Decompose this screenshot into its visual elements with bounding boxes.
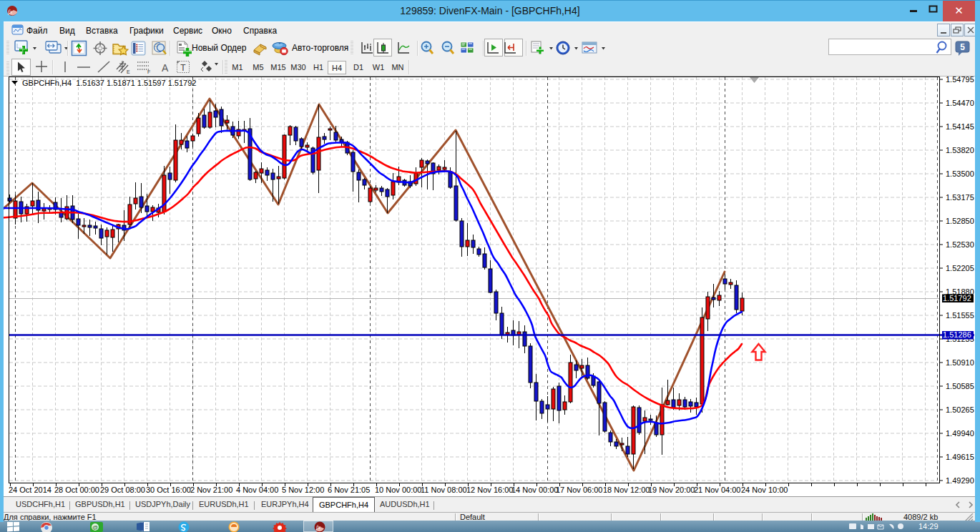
svg-text:30 Oct 16:00: 30 Oct 16:00 (146, 486, 191, 494)
svg-text:E: E (127, 69, 130, 74)
svg-text:1.53820: 1.53820 (946, 146, 974, 154)
svg-text:1.49290: 1.49290 (946, 476, 974, 485)
svg-text:1.50910: 1.50910 (946, 358, 974, 367)
svg-text:1.54145: 1.54145 (946, 122, 974, 131)
svg-text:10 Nov 00:00: 10 Nov 00:00 (375, 486, 421, 494)
svg-text:1.50585: 1.50585 (946, 382, 974, 390)
svg-text:14 Nov 00:00: 14 Nov 00:00 (511, 486, 558, 494)
svg-text:5: 5 (960, 42, 965, 52)
svg-text:GBPCHFh,H4 1.51637 1.51871 1.: GBPCHFh,H4 1.51637 1.51871 1.51597 1.517… (22, 79, 196, 87)
svg-text:21 Nov 04:00: 21 Nov 04:00 (694, 486, 740, 494)
svg-text:24 Nov 10:00: 24 Nov 10:00 (741, 486, 788, 494)
svg-text:F: F (147, 69, 150, 74)
svg-text:2 Nov 21:00: 2 Nov 21:00 (190, 486, 232, 494)
svg-text:1.49615: 1.49615 (946, 453, 974, 461)
svg-text:12 Nov 16:00: 12 Nov 16:00 (466, 486, 513, 494)
svg-text:1.54470: 1.54470 (946, 99, 974, 107)
svg-text:1.53500: 1.53500 (946, 169, 974, 178)
svg-text:11 Nov 08:00: 11 Nov 08:00 (421, 486, 467, 494)
svg-text:fx: fx (316, 524, 320, 531)
svg-text:28 Oct 00:00: 28 Oct 00:00 (54, 486, 99, 494)
svg-text:1.51792: 1.51792 (943, 294, 971, 302)
svg-text:1.52205: 1.52205 (946, 264, 974, 272)
svg-text:1.51555: 1.51555 (946, 311, 974, 320)
svg-text:1.50265: 1.50265 (946, 405, 974, 414)
svg-text:1.53175: 1.53175 (946, 193, 974, 202)
svg-text:19 Nov 20:00: 19 Nov 20:00 (648, 486, 695, 494)
svg-text:@: @ (92, 524, 98, 531)
svg-text:1.52530: 1.52530 (946, 240, 974, 249)
svg-text:1.51286: 1.51286 (943, 330, 971, 339)
svg-text:6 Nov 21:05: 6 Nov 21:05 (328, 486, 370, 494)
svg-text:4 Nov 04:00: 4 Nov 04:00 (236, 486, 278, 494)
svg-text:1.54795: 1.54795 (946, 77, 974, 84)
svg-text:17 Nov 06:00: 17 Nov 06:00 (556, 486, 602, 494)
svg-text:29 Oct 08:00: 29 Oct 08:00 (100, 486, 145, 494)
svg-text:24 Oct 2014: 24 Oct 2014 (9, 486, 52, 494)
svg-text:1.52850: 1.52850 (946, 217, 974, 225)
svg-text:T: T (180, 63, 186, 73)
svg-text:18 Nov 12:00: 18 Nov 12:00 (603, 486, 650, 494)
svg-text:1.49940: 1.49940 (946, 429, 974, 438)
svg-text:5 Nov 12:00: 5 Nov 12:00 (282, 486, 324, 494)
